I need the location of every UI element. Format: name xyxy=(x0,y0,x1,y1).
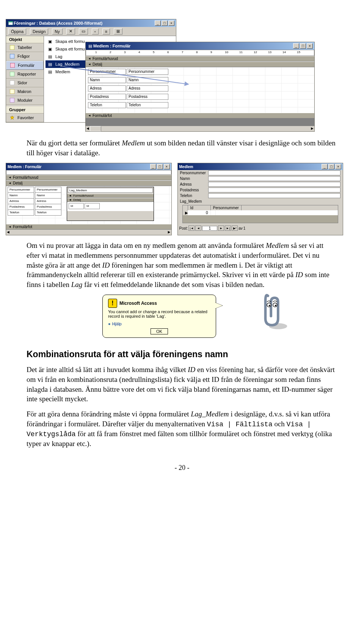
view-small-button[interactable]: ▫ xyxy=(92,28,99,35)
design-button[interactable]: Design xyxy=(30,28,48,35)
form-icon xyxy=(9,62,16,68)
maximize-button[interactable]: □ xyxy=(300,43,306,49)
field-binding[interactable]: Personnummer xyxy=(127,69,168,75)
data-field-telefon: Telefon xyxy=(178,193,343,199)
band-header[interactable]: Formulärhuvud xyxy=(6,175,171,180)
cell-id[interactable]: 0 xyxy=(188,210,211,215)
minimize-button[interactable]: _ xyxy=(155,20,161,26)
view-large-button[interactable]: ▭ xyxy=(79,28,88,35)
svg-marker-9 xyxy=(10,116,14,120)
favorites-icon xyxy=(9,115,15,121)
delete-button[interactable]: ✕ xyxy=(66,28,75,35)
sidebar-item-macros[interactable]: Makron xyxy=(6,87,44,96)
subform-container[interactable]: Lag_MedlemFormulärhuvudDetaljIdId xyxy=(67,187,154,221)
medlem-form-designview: Medlem : Formulär_□× Formulärhuvud Detal… xyxy=(6,163,172,235)
horizontal-scrollbar[interactable]: ◄► xyxy=(6,230,171,235)
input-personnummer[interactable] xyxy=(208,170,341,175)
sidebar-header: Objekt xyxy=(6,36,44,43)
sidebar-item-forms[interactable]: Formulär xyxy=(6,61,44,70)
warning-icon: ! xyxy=(108,299,117,308)
form-titlebar: ▤ Medlem : Formulär _ □ × xyxy=(86,42,314,50)
form-object-icon: ▤ xyxy=(47,69,53,75)
form-window-icon: ▤ xyxy=(87,43,93,49)
field-binding[interactable]: Postadress xyxy=(127,94,168,100)
record-navigator: Post: |◄ ◄ 1 ► ►| ▶* av 1 xyxy=(178,225,343,232)
view-details-button[interactable]: ⊞ xyxy=(114,28,122,35)
form-object-icon: ▤ xyxy=(47,61,53,67)
form-design-surface[interactable]: PersonnummerPersonnummerNamnNamnAdressAd… xyxy=(6,186,171,224)
column-personnummer[interactable]: Personnummer xyxy=(211,205,242,210)
band-footer[interactable]: Formulärfot xyxy=(6,224,171,230)
nav-last-button[interactable]: ►| xyxy=(225,225,231,231)
maximize-button[interactable]: □ xyxy=(328,164,334,169)
nav-next-button[interactable]: ► xyxy=(218,225,224,231)
maximize-button[interactable]: □ xyxy=(162,20,168,26)
open-button[interactable]: Öppna xyxy=(8,28,26,35)
new-button[interactable]: Ny xyxy=(52,28,62,35)
band-detail[interactable]: Detalj xyxy=(86,61,314,67)
screenshot-design-vs-data: Medlem : Formulär_□× Formulärhuvud Detal… xyxy=(6,163,343,235)
form-field-postadress[interactable]: PostadressPostadress xyxy=(88,94,168,100)
sidebar-item-favorites[interactable]: Favoriter xyxy=(6,113,44,122)
db-icon xyxy=(8,20,14,26)
nav-prev-button[interactable]: ◄ xyxy=(195,225,201,231)
band-footer[interactable]: Formulärfot xyxy=(86,113,314,118)
maximize-button[interactable]: □ xyxy=(157,164,163,169)
sidebar-item-modules[interactable]: Moduler xyxy=(6,96,44,105)
horizontal-scrollbar[interactable]: ◄► xyxy=(86,126,314,131)
toolbar-open-label: Öppna xyxy=(11,29,24,34)
input-namn[interactable] xyxy=(208,176,341,181)
sidebar-item-queries[interactable]: Frågor xyxy=(6,52,44,61)
band-header[interactable]: Formulärhuvud xyxy=(86,56,314,61)
db-title: Föreningar : Databas (Access 2000-filfor… xyxy=(14,21,154,25)
svg-rect-8 xyxy=(10,98,14,102)
sidebar-item-pages[interactable]: Sidor xyxy=(6,79,44,87)
nav-record-input[interactable]: 1 xyxy=(202,226,217,231)
form-field-telefon[interactable]: TelefonTelefon xyxy=(88,102,168,108)
paragraph-1: När du gjort detta ser formuläret Medlem… xyxy=(27,138,337,158)
view-list-button[interactable]: ≡ xyxy=(102,28,110,35)
paragraph-3: Det är inte alltid så lätt att i huvudet… xyxy=(27,365,337,404)
column-id[interactable]: Id xyxy=(188,205,211,210)
input-postadress[interactable] xyxy=(208,188,341,192)
close-button[interactable]: × xyxy=(168,20,174,26)
toolbar-new-label: Ny xyxy=(55,29,60,34)
field-binding[interactable]: Telefon xyxy=(127,102,168,108)
access-form-design-window: ▤ Medlem : Formulär _ □ × 12345678910111… xyxy=(85,42,315,132)
report-icon xyxy=(9,71,15,77)
form-field-adress[interactable]: AdressAdress xyxy=(88,85,168,91)
field-binding[interactable]: Adress xyxy=(127,85,168,91)
wizard-icon: ▣ xyxy=(47,46,53,52)
nav-new-button[interactable]: ▶* xyxy=(232,225,238,231)
close-button[interactable]: × xyxy=(164,164,170,169)
sidebar-item-reports[interactable]: Rapporter xyxy=(6,70,44,79)
sidebar-item-tables[interactable]: Tabeller xyxy=(6,43,44,52)
module-icon xyxy=(9,97,15,103)
screenshot-db-and-form: Föreningar : Databas (Access 2000-filfor… xyxy=(6,19,317,133)
svg-point-13 xyxy=(269,305,270,306)
cell-personnummer[interactable] xyxy=(211,210,216,215)
form-title: Medlem : Formulär xyxy=(93,44,292,48)
nav-first-button[interactable]: |◄ xyxy=(188,225,195,231)
medlem-form-dataview: Medlem_□× PersonnummerNamnAdressPostadre… xyxy=(177,163,344,235)
minimize-button[interactable]: _ xyxy=(322,164,328,169)
close-button[interactable]: × xyxy=(335,164,341,169)
minimize-button[interactable]: _ xyxy=(293,43,299,49)
help-link[interactable]: Hjälp xyxy=(108,322,210,326)
svg-rect-3 xyxy=(10,54,14,58)
field-label: Personnummer xyxy=(88,69,126,75)
input-telefon[interactable] xyxy=(208,193,341,198)
field-label: Postadress xyxy=(88,94,126,100)
minimize-button[interactable]: _ xyxy=(150,164,156,169)
macro-icon xyxy=(9,88,15,95)
input-adress[interactable] xyxy=(208,182,341,187)
svg-rect-4 xyxy=(10,63,15,68)
data-field-postadress: Postadress xyxy=(178,187,343,193)
band-detail[interactable]: Detalj xyxy=(6,180,171,186)
ok-button[interactable]: OK xyxy=(151,328,168,334)
section-heading: Kombinationsruta för att välja föreninge… xyxy=(27,349,337,359)
close-button[interactable]: × xyxy=(307,43,313,49)
page-icon xyxy=(9,80,15,86)
table-icon xyxy=(9,44,15,50)
paragraph-4: För att göra denna förändring måste vi ö… xyxy=(27,409,337,449)
